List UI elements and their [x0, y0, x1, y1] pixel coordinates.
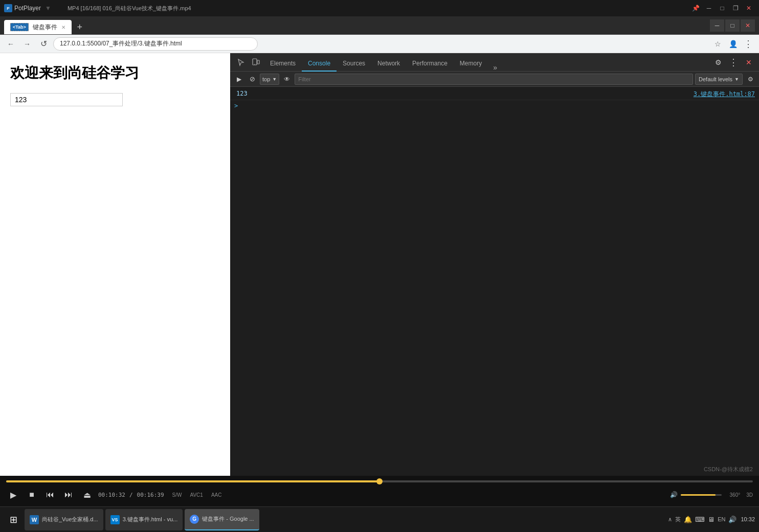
back-button[interactable]: ← — [4, 37, 17, 51]
media-3d-btn[interactable]: 3D — [746, 492, 753, 498]
taskbar-item-chrome[interactable]: G 键盘事件 - Google ... — [185, 509, 259, 530]
taskbar-chrome-label: 键盘事件 - Google ... — [202, 515, 254, 523]
console-eye-button[interactable]: 👁 — [281, 74, 293, 85]
taskbar-vscode-icon: VS — [110, 515, 120, 524]
devtools-more-button[interactable]: ⋮ — [726, 55, 741, 70]
browser-close[interactable]: ✕ — [741, 19, 755, 32]
console-block-button[interactable]: ⊘ — [247, 74, 258, 85]
console-input[interactable] — [240, 102, 755, 109]
browser-maximize[interactable]: □ — [725, 19, 740, 32]
bookmark-button[interactable]: ☆ — [711, 37, 724, 51]
tab-list: <Tab> 键盘事件 ✕ + — [4, 16, 87, 34]
app-name: PotPlayer — [14, 5, 41, 12]
devtools-panel: Elements Console Sources Network Perform… — [230, 53, 759, 476]
taskbar: ⊞ W 尚硅谷_Vue全家桶.d... VS 3.键盘事件.html - vu.… — [0, 506, 759, 532]
tray-volume[interactable]: 🔊 — [728, 516, 736, 523]
progress-fill — [6, 480, 380, 482]
input-container — [0, 89, 230, 110]
devtools-top-bar: Elements Console Sources Network Perform… — [230, 53, 759, 72]
maximize-button[interactable]: □ — [716, 3, 728, 13]
console-context-dropdown[interactable]: top ▼ — [260, 74, 279, 85]
console-filter-input[interactable] — [295, 74, 693, 85]
next-button[interactable]: ⏭ — [61, 488, 76, 502]
taskbar-word-label: 尚硅谷_Vue全家桶.d... — [42, 516, 98, 523]
taskbar-item-vscode[interactable]: VS 3.键盘事件.html - vu... — [105, 509, 183, 530]
tray-lang: 英 — [675, 516, 681, 523]
console-play-button[interactable]: ▶ — [233, 74, 244, 85]
active-tab[interactable]: <Tab> 键盘事件 ✕ — [4, 20, 72, 34]
media-time-current: 00:10:32 — [98, 492, 125, 498]
more-tabs-button[interactable]: » — [490, 63, 500, 72]
devtools-settings-buttons: ⚙ ⋮ ✕ — [711, 55, 756, 70]
app-title: P PotPlayer ▼ — [4, 4, 53, 12]
page-title: 欢迎来到尚硅谷学习 — [0, 53, 230, 89]
tray-notification[interactable]: 🔔 — [684, 516, 692, 523]
taskbar-item-word[interactable]: W 尚硅谷_Vue全家桶.d... — [25, 509, 103, 530]
volume-track[interactable] — [681, 494, 722, 496]
address-bar: ← → ↺ ☆ 👤 ⋮ — [0, 35, 759, 53]
browser-minimize[interactable]: ─ — [710, 19, 724, 32]
page-text-input[interactable] — [10, 93, 123, 106]
prev-button[interactable]: ⏮ — [43, 488, 57, 502]
tab-label: 键盘事件 — [33, 23, 57, 32]
console-log-source[interactable]: 3.键盘事件.html:87 — [694, 90, 755, 99]
tab-network[interactable]: Network — [371, 56, 406, 72]
console-prompt-chevron: > — [234, 102, 238, 109]
console-levels-arrow: ▼ — [734, 77, 739, 82]
tab-console[interactable]: Console — [302, 56, 337, 72]
console-log-value: 123 — [236, 90, 694, 97]
media-360-btn[interactable]: 360° — [730, 492, 741, 498]
media-time-total: 00:16:39 — [137, 492, 164, 498]
tab-performance[interactable]: Performance — [406, 56, 454, 72]
restore-button[interactable]: ❐ — [729, 3, 742, 13]
tray-chevron[interactable]: ∧ — [668, 516, 672, 523]
tray-en: EN — [718, 516, 725, 522]
device-mode-button[interactable] — [249, 55, 263, 70]
media-bar: ▶ ■ ⏮ ⏭ ⏏ 00:10:32 / 00:16:39 S/W AVC1 A… — [0, 476, 759, 506]
stop-button[interactable]: ■ — [25, 488, 39, 502]
console-levels-label: Default levels — [699, 76, 732, 82]
console-gear-button[interactable]: ⚙ — [745, 74, 756, 85]
tab-strip: <Tab> 键盘事件 ✕ + ─ □ ✕ — [0, 16, 759, 35]
profile-button[interactable]: 👤 — [726, 37, 740, 51]
media-time-separator: / — [129, 492, 133, 498]
pin-button[interactable]: 📌 — [689, 3, 702, 13]
tray-display[interactable]: 🖥 — [708, 516, 715, 523]
start-button[interactable]: ⊞ — [4, 511, 23, 529]
address-input[interactable] — [53, 37, 258, 51]
progress-thumb — [376, 478, 383, 484]
devtools-settings-button[interactable]: ⚙ — [711, 55, 725, 70]
cursor-icon — [236, 58, 244, 66]
tab-elements[interactable]: Elements — [264, 56, 302, 72]
taskbar-clock[interactable]: 10:32 — [741, 516, 755, 523]
media-format-codec: AVC1 — [190, 492, 203, 498]
tab-sources[interactable]: Sources — [337, 56, 371, 72]
app-icon: P — [4, 4, 12, 12]
browser-window-controls: ─ □ ✕ — [710, 19, 755, 32]
watermark: CSDN-@待木成檩2 — [704, 466, 753, 473]
media-format-audio: AAC — [211, 492, 222, 498]
close-button[interactable]: ✕ — [743, 3, 755, 13]
taskbar-chrome-icon: G — [190, 515, 199, 524]
system-tray: ∧ 英 🔔 ⌨ 🖥 EN 🔊 — [668, 516, 736, 523]
forward-button[interactable]: → — [20, 37, 34, 51]
inspect-element-button[interactable] — [233, 55, 248, 70]
eject-button[interactable]: ⏏ — [80, 488, 94, 502]
minimize-button[interactable]: ─ — [703, 3, 715, 13]
tab-close-button[interactable]: ✕ — [61, 25, 65, 30]
tray-keyboard[interactable]: ⌨ — [695, 516, 705, 523]
console-log-row: 123 3.键盘事件.html:87 — [230, 89, 759, 100]
svg-rect-1 — [257, 60, 259, 64]
more-button[interactable]: ⋮ — [742, 37, 755, 51]
tab-memory[interactable]: Memory — [454, 56, 488, 72]
play-button[interactable]: ▶ — [6, 488, 20, 502]
progress-track[interactable] — [6, 480, 753, 482]
title-bar: P PotPlayer ▼ MP4 [16/168] 016_尚硅谷Vue技术_… — [0, 0, 759, 16]
volume-fill — [681, 494, 716, 496]
devtools-close-button[interactable]: ✕ — [742, 55, 756, 70]
console-output: 123 3.键盘事件.html:87 > — [230, 87, 759, 476]
refresh-button[interactable]: ↺ — [37, 37, 50, 51]
taskbar-right: ∧ 英 🔔 ⌨ 🖥 EN 🔊 10:32 — [668, 516, 755, 523]
console-levels-dropdown[interactable]: Default levels ▼ — [695, 74, 743, 85]
new-tab-button[interactable]: + — [73, 20, 87, 34]
